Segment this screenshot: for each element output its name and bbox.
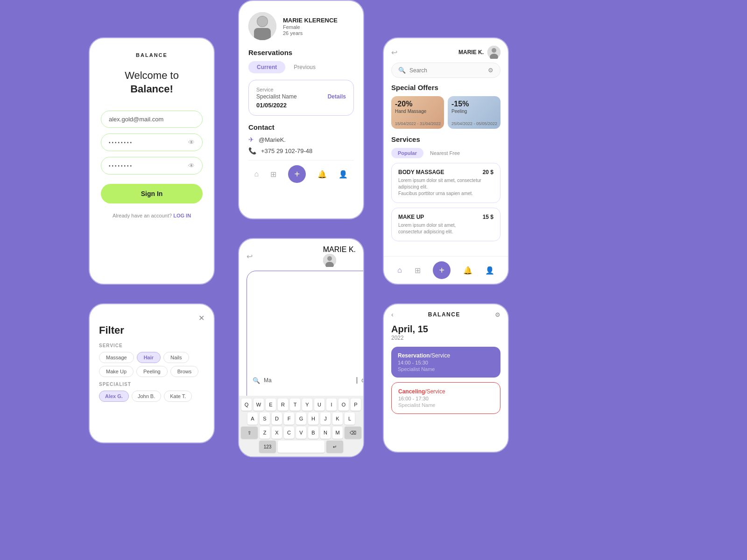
key-return[interactable]: ↵	[326, 441, 343, 453]
key-x[interactable]: X	[272, 427, 282, 439]
tab-previous[interactable]: Previous	[285, 61, 324, 73]
key-c[interactable]: C	[284, 427, 294, 439]
bottom-nav: ⌂ ⊞ + 🔔 👤	[248, 160, 354, 188]
schedule-reservation[interactable]: Reservation/Service 14:00 - 15:30 Specia…	[391, 347, 500, 378]
kb-row-4: 123 ↵	[241, 441, 361, 453]
key-o[interactable]: O	[338, 399, 349, 411]
chip-peeling[interactable]: Peeling	[136, 366, 168, 377]
filter-icon[interactable]: ⚙	[488, 67, 493, 74]
nav-home-icon-2[interactable]: ⌂	[397, 266, 402, 274]
key-u[interactable]: U	[314, 399, 324, 411]
welcome-text: Welcome to Balance!	[125, 69, 179, 96]
balance-logo: BALANCE	[136, 52, 168, 58]
login-link[interactable]: LOG IN	[173, 213, 191, 218]
chip-hair[interactable]: Hair	[137, 352, 161, 363]
key-r[interactable]: R	[278, 399, 288, 411]
user-avatar	[487, 46, 500, 59]
nav-bell-icon[interactable]: 🔔	[317, 170, 327, 179]
key-q[interactable]: Q	[241, 399, 252, 411]
tab-nearest-free[interactable]: Nearest Free	[423, 148, 466, 158]
service-row: Specialist Name Details	[256, 93, 346, 100]
key-f[interactable]: F	[284, 413, 294, 425]
fab-add-button-2[interactable]: +	[433, 261, 451, 279]
nav-grid-icon-2[interactable]: ⊞	[415, 266, 421, 275]
key-g[interactable]: G	[296, 413, 306, 425]
key-w[interactable]: W	[254, 399, 264, 411]
chip-kate[interactable]: Kate T.	[164, 391, 192, 402]
contact-handle: ✈ @MarieK.	[248, 136, 354, 143]
key-k[interactable]: K	[332, 413, 343, 425]
signin-button[interactable]: Sign In	[101, 184, 203, 203]
services-tabs: Popular Nearest Free	[384, 148, 508, 158]
chip-makeup[interactable]: Make Up	[99, 366, 134, 377]
key-n[interactable]: N	[320, 427, 331, 439]
chip-brows[interactable]: Brows	[170, 366, 199, 377]
search-input[interactable]	[409, 67, 484, 74]
key-p[interactable]: P	[351, 399, 361, 411]
details-button[interactable]: Details	[328, 93, 346, 100]
nav-bell-icon-2[interactable]: 🔔	[463, 266, 472, 275]
service-item-body-massage[interactable]: BODY MASSAGE 20 $ Lorem ipsum dolor sit …	[391, 163, 500, 203]
key-backspace[interactable]: ⌫	[345, 427, 361, 439]
schedule-canceling[interactable]: Canceling/Service 16:00 - 17:30 Speciali…	[391, 382, 500, 414]
chip-alex[interactable]: Alex G.	[99, 391, 129, 402]
offer-peeling[interactable]: -15% Peeling 25/04/2022 - 05/05/2022	[448, 96, 500, 129]
search-bar[interactable]: 🔍 ⚙	[391, 63, 500, 78]
kb-row-3: ⇧ Z X C V B N M ⌫	[241, 427, 361, 439]
services-main-card: ↩ MARIE K. 🔍 ⚙ Special Offers -20% Hand …	[383, 37, 509, 285]
logout-icon[interactable]: ↩	[391, 48, 397, 57]
nav-user-icon[interactable]: 👤	[338, 170, 348, 179]
key-l[interactable]: L	[345, 413, 355, 425]
key-123[interactable]: 123	[259, 441, 276, 453]
date-day: April, 15	[391, 324, 500, 335]
key-j[interactable]: J	[320, 413, 331, 425]
chip-nails[interactable]: Nails	[163, 352, 189, 363]
offer-hand-massage[interactable]: -20% Hand Massage 15/04/2022 - 31/04/202…	[391, 96, 444, 129]
key-m[interactable]: M	[332, 427, 343, 439]
nav-grid-icon[interactable]: ⊞	[270, 170, 276, 179]
confirm-password-field[interactable]: •••••••• 👁	[101, 157, 203, 175]
key-b[interactable]: B	[308, 427, 318, 439]
filter-icon-search[interactable]: ⚙	[361, 377, 364, 384]
tab-popular[interactable]: Popular	[391, 148, 423, 158]
key-s[interactable]: S	[260, 413, 270, 425]
eye-icon-confirm[interactable]: 👁	[188, 162, 195, 169]
key-i[interactable]: I	[326, 399, 337, 411]
reservations-tabs: Current Previous	[248, 61, 354, 73]
nav-home-icon[interactable]: ⌂	[254, 170, 259, 178]
reservations-title: Reservations	[248, 49, 354, 56]
profile-age: 26 years	[283, 30, 338, 36]
key-z[interactable]: Z	[260, 427, 270, 439]
eye-icon-password[interactable]: 👁	[188, 139, 195, 146]
key-shift[interactable]: ⇧	[241, 427, 258, 439]
text-cursor	[357, 377, 357, 384]
email-field[interactable]: alex.gold@mail.com	[101, 111, 203, 128]
close-button[interactable]: ✕	[198, 314, 204, 322]
chip-john[interactable]: John B.	[132, 391, 161, 402]
chip-massage[interactable]: Massage	[99, 352, 134, 363]
schedule-title: BALANCE	[428, 311, 460, 318]
specialist-filter-label: SPECIALIST	[99, 382, 204, 387]
key-space[interactable]	[278, 441, 324, 453]
key-d[interactable]: D	[272, 413, 282, 425]
back-icon[interactable]: ‹	[391, 311, 394, 318]
svg-point-6	[492, 48, 496, 53]
keyboard: Q W E R T Y U I O P A S D F G H J K L ⇧ …	[239, 396, 363, 456]
key-h[interactable]: H	[308, 413, 318, 425]
logout-icon-search[interactable]: ↩	[247, 252, 253, 261]
svg-rect-4	[254, 28, 271, 40]
telegram-icon: ✈	[248, 136, 254, 143]
tab-current[interactable]: Current	[248, 61, 285, 73]
fab-add-button[interactable]: +	[288, 165, 306, 183]
service-item-makeup[interactable]: MAKE UP 15 $ Lorem ipsum dolor sit amet,…	[391, 208, 500, 241]
login-card: BALANCE Welcome to Balance! alex.gold@ma…	[89, 37, 215, 285]
profile-header: MARIE KLERENCE Female 26 years	[248, 12, 354, 40]
nav-user-icon-2[interactable]: 👤	[485, 266, 494, 275]
key-v[interactable]: V	[296, 427, 306, 439]
key-e[interactable]: E	[266, 399, 276, 411]
key-y[interactable]: Y	[302, 399, 312, 411]
password-field[interactable]: •••••••• 👁	[101, 133, 203, 151]
schedule-filter-icon[interactable]: ⚙	[495, 311, 500, 318]
key-a[interactable]: A	[247, 413, 258, 425]
key-t[interactable]: T	[290, 399, 300, 411]
